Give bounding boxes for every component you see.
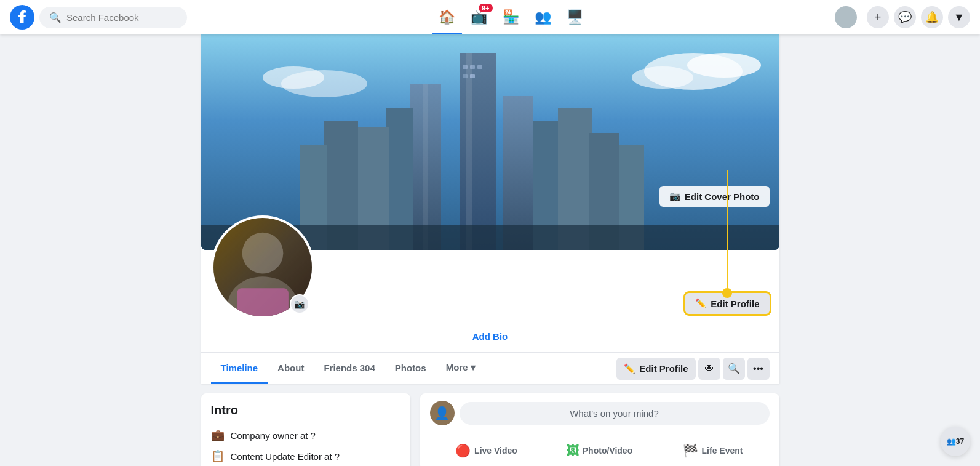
video-notification-badge: 9+ (479, 4, 493, 12)
avatar-camera-button[interactable]: 📷 (290, 294, 309, 314)
profile-section: 📷 Edit Cover Photo (201, 34, 779, 384)
profile-actions: ✏️ Edit Profile (685, 293, 769, 319)
divider (430, 433, 770, 433)
menu-button[interactable]: ▼ (948, 6, 970, 28)
svg-rect-7 (460, 53, 496, 250)
intro-editor: Content Update Editor at ? (231, 451, 340, 462)
tab-edit-profile-button[interactable]: ✏️ Edit Profile (616, 358, 695, 380)
live-icon: 🔴 (455, 443, 471, 458)
tab-more[interactable]: More ▾ (436, 353, 485, 384)
add-button[interactable]: + (867, 6, 889, 28)
svg-point-6 (263, 66, 324, 89)
list-item: 📋 Content Update Editor at ? (211, 446, 400, 466)
tab-timeline[interactable]: Timeline (211, 354, 268, 384)
photo-icon: 🖼 (567, 444, 579, 458)
avatar[interactable] (835, 6, 857, 28)
profile-row: 📷 ✏️ Edit Profile (201, 250, 779, 326)
svg-rect-10 (470, 65, 475, 69)
left-column: Intro 💼 Company owner at ? 📋 Content Upd… (201, 393, 410, 466)
notifications-button[interactable]: 🔔 (921, 6, 943, 28)
right-column: 👤 What's on your mind? 🔴 Live Video 🖼 Ph… (420, 393, 779, 466)
avatar-wrapper: 📷 (211, 215, 314, 319)
live-label: Live Video (474, 446, 517, 456)
page-container: 📷 Edit Cover Photo (0, 34, 980, 466)
svg-rect-15 (423, 84, 428, 250)
friend-count: 37 (956, 437, 964, 446)
tab-photos[interactable]: Photos (385, 354, 436, 384)
tab-about[interactable]: About (268, 354, 314, 384)
pencil-icon-small: ✏️ (624, 363, 635, 374)
svg-rect-8 (466, 53, 472, 250)
svg-rect-29 (237, 288, 289, 319)
tab-actions: ✏️ Edit Profile 👁 🔍 ••• (616, 358, 769, 380)
add-bio-row: Add Bio (201, 326, 779, 353)
nav-marketplace-button[interactable]: 🏪 (496, 2, 526, 32)
tab-more-button[interactable]: ••• (747, 358, 770, 380)
pencil-icon: ✏️ (695, 298, 707, 309)
svg-point-3 (687, 53, 761, 78)
live-video-button[interactable]: 🔴 Live Video (430, 438, 543, 463)
nav-center: 🏠 📺 9+ 🏪 👥 🖥️ (192, 2, 830, 32)
mini-avatar: 👤 (430, 401, 455, 425)
briefcase-icon: 💼 (211, 428, 225, 442)
facebook-logo[interactable] (10, 5, 34, 30)
svg-rect-11 (477, 65, 482, 69)
add-bio-button[interactable]: Add Bio (472, 331, 508, 342)
tab-view-as-button[interactable]: 👁 (698, 358, 720, 380)
intro-work: Company owner at ? (231, 430, 316, 441)
edit-cover-photo-button[interactable]: 📷 Edit Cover Photo (659, 186, 770, 207)
clipboard-icon: 📋 (211, 449, 225, 463)
intro-title: Intro (211, 403, 400, 417)
nav-video-button[interactable]: 📺 9+ (464, 2, 494, 32)
list-item: 💼 Company owner at ? (211, 425, 400, 446)
friend-icon: 👥 (947, 437, 956, 446)
search-icon: 🔍 (49, 12, 62, 23)
topnav: 🔍 🏠 📺 9+ 🏪 👥 🖥️ + 💬 🔔 ▼ (0, 0, 980, 34)
edit-cover-label: Edit Cover Photo (685, 191, 760, 202)
svg-rect-13 (470, 74, 475, 78)
nav-gaming-button[interactable]: 🖥️ (560, 2, 590, 32)
tab-search-button[interactable]: 🔍 (723, 358, 745, 380)
main-content: Intro 💼 Company owner at ? 📋 Content Upd… (201, 393, 779, 466)
search-bar[interactable]: 🔍 (39, 7, 187, 28)
profile-tabs: Timeline About Friends 304 Photos More ▾… (201, 353, 779, 384)
svg-point-4 (632, 66, 693, 89)
svg-rect-9 (463, 65, 468, 69)
create-post-card: 👤 What's on your mind? 🔴 Live Video 🖼 Ph… (420, 393, 779, 466)
photo-video-button[interactable]: 🖼 Photo/Video (543, 438, 656, 463)
life-event-button[interactable]: 🏁 Life Event (656, 438, 770, 463)
event-label: Life Event (702, 446, 743, 456)
event-icon: 🏁 (683, 443, 698, 458)
edit-profile-button[interactable]: ✏️ Edit Profile (685, 293, 769, 314)
camera-icon: 📷 (669, 191, 681, 202)
edit-profile-label: Edit Profile (711, 299, 759, 309)
friend-requests-badge[interactable]: 👥 37 (941, 427, 970, 456)
svg-rect-12 (463, 74, 468, 78)
nav-home-button[interactable]: 🏠 (432, 2, 462, 32)
nav-right: + 💬 🔔 ▼ (835, 6, 970, 28)
tab-edit-label: Edit Profile (639, 363, 688, 374)
nav-groups-button[interactable]: 👥 (528, 2, 558, 32)
svg-point-27 (242, 233, 283, 274)
post-actions: 🔴 Live Video 🖼 Photo/Video 🏁 Life Event (430, 438, 770, 463)
create-post-top: 👤 What's on your mind? (430, 401, 770, 425)
messenger-button[interactable]: 💬 (894, 6, 916, 28)
intro-card: Intro 💼 Company owner at ? 📋 Content Upd… (201, 393, 410, 466)
profile-info (324, 314, 676, 319)
photo-label: Photo/Video (583, 446, 632, 456)
tab-friends[interactable]: Friends 304 (314, 354, 384, 384)
search-input[interactable] (66, 12, 177, 23)
create-post-input[interactable]: What's on your mind? (460, 402, 770, 425)
